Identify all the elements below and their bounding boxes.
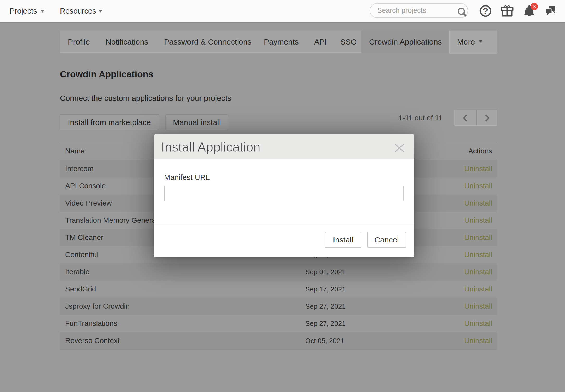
svg-text:?: ?	[483, 6, 488, 16]
